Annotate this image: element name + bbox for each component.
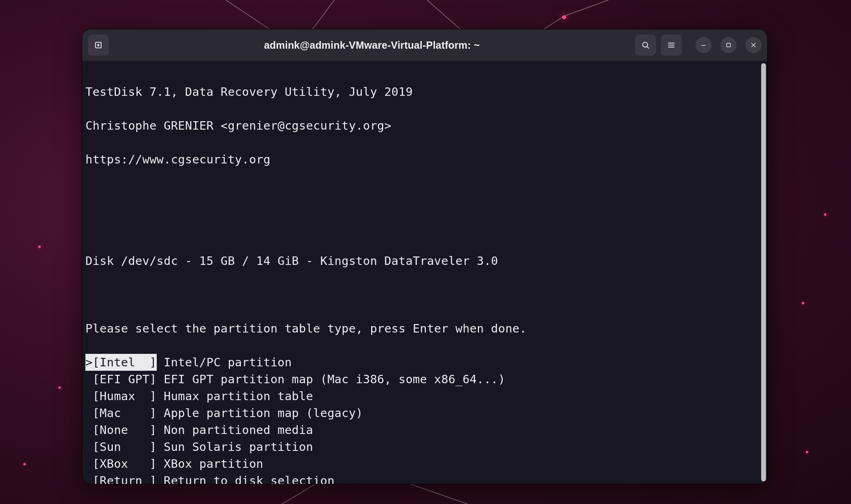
menu-item[interactable]: [Return ] Return to disk selection xyxy=(82,472,767,484)
close-button[interactable] xyxy=(745,37,762,53)
menu-item[interactable]: [Mac ] Apple partition map (legacy) xyxy=(82,405,767,421)
search-button[interactable] xyxy=(635,35,656,56)
scrollbar[interactable] xyxy=(761,63,766,481)
blank-line xyxy=(82,286,767,303)
blank-line xyxy=(82,219,767,235)
terminal-body[interactable]: TestDisk 7.1, Data Recovery Utility, Jul… xyxy=(82,61,767,484)
prompt-line: Please select the partition table type, … xyxy=(82,320,767,337)
titlebar: admink@admink-VMware-Virtual-Platform: ~ xyxy=(82,29,767,61)
menu-item[interactable]: [Humax ] Humax partition table xyxy=(82,388,767,405)
menu-item[interactable]: [None ] Non partitioned media xyxy=(82,421,767,438)
terminal-content: TestDisk 7.1, Data Recovery Utility, Jul… xyxy=(82,61,767,484)
blank-line xyxy=(82,185,767,202)
header-line: TestDisk 7.1, Data Recovery Utility, Jul… xyxy=(82,83,767,100)
window-title: admink@admink-VMware-Virtual-Platform: ~ xyxy=(109,39,635,51)
menu-item[interactable]: [Sun ] Sun Solaris partition xyxy=(82,438,767,455)
svg-rect-9 xyxy=(727,43,731,47)
menu-button[interactable] xyxy=(661,35,682,56)
maximize-button[interactable] xyxy=(720,37,737,53)
terminal-window: admink@admink-VMware-Virtual-Platform: ~ xyxy=(82,29,768,484)
minimize-button[interactable] xyxy=(695,37,712,53)
menu-item[interactable]: [XBox ] XBox partition xyxy=(82,455,767,472)
header-line: Christophe GRENIER <grenier@cgsecurity.o… xyxy=(82,117,767,134)
new-tab-button[interactable] xyxy=(88,35,109,56)
menu-item[interactable]: [EFI GPT] EFI GPT partition map (Mac i38… xyxy=(82,371,767,388)
svg-line-4 xyxy=(647,47,649,49)
header-line: https://www.cgsecurity.org xyxy=(82,151,767,168)
menu-item[interactable]: >[Intel ] Intel/PC partition xyxy=(82,354,767,371)
disk-line: Disk /dev/sdc - 15 GB / 14 GiB - Kingsto… xyxy=(82,252,767,269)
